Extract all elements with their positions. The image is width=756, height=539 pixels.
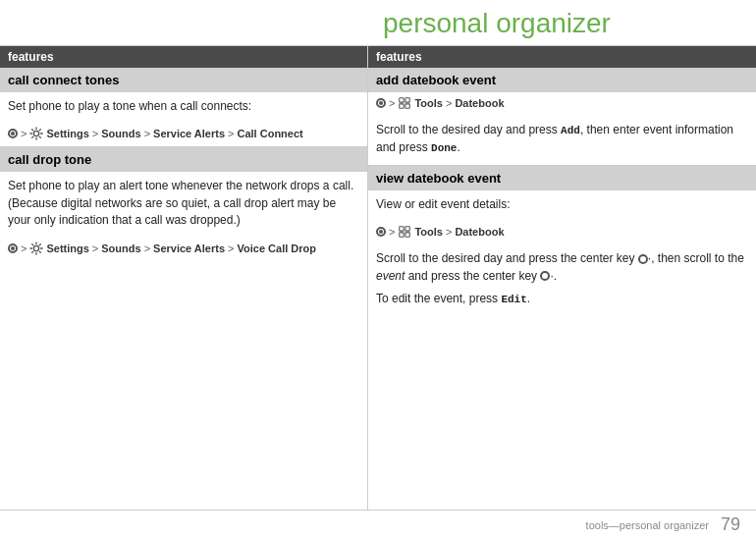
svg-rect-9 xyxy=(405,233,409,237)
edit-label: Edit xyxy=(501,294,526,305)
add-datebook-nav: > Tools > Datebook xyxy=(368,92,756,116)
content-area: features call connect tones Set phone to… xyxy=(0,46,756,510)
svg-rect-6 xyxy=(400,227,404,231)
section-view-datebook: view datebook event xyxy=(368,166,756,190)
left-panel-header: features xyxy=(0,46,367,68)
call-drop-nav: > Settings > Sounds > Service Alerts > V… xyxy=(0,238,367,261)
center-key-1 xyxy=(638,254,648,264)
dot-icon-1 xyxy=(8,129,18,138)
event-italic: event xyxy=(376,269,405,283)
svg-rect-3 xyxy=(405,98,409,102)
svg-point-0 xyxy=(34,132,39,136)
done-label: Done xyxy=(431,142,457,154)
view-datebook-intro: View or edit event details: xyxy=(368,190,756,221)
dot-icon-4 xyxy=(376,227,386,237)
svg-rect-4 xyxy=(400,104,404,108)
view-datebook-content: Scroll to the desired day and press the … xyxy=(368,244,756,316)
dot-icon-3 xyxy=(376,98,386,108)
dot-icon-2 xyxy=(8,243,18,253)
section-add-datebook: add datebook event xyxy=(368,68,756,92)
svg-rect-5 xyxy=(405,104,409,108)
section-call-drop-tone: call drop tone xyxy=(0,147,367,172)
center-key-2 xyxy=(540,271,550,281)
add-label: Add xyxy=(561,125,580,136)
tools-icon-1 xyxy=(398,96,411,110)
section-call-connect-tones: call connect tones xyxy=(0,68,367,92)
footer: tools—personal organizer 79 xyxy=(0,510,756,539)
call-connect-nav: > Settings > Sounds > Service Alerts > C… xyxy=(0,123,367,146)
call-connect-content: Set phone to play a tone when a call con… xyxy=(0,92,367,123)
call-drop-content: Set phone to play an alert tone whenever… xyxy=(0,172,367,237)
svg-rect-8 xyxy=(400,233,404,237)
settings-icon-2 xyxy=(29,242,43,255)
left-panel: features call connect tones Set phone to… xyxy=(0,46,368,510)
tools-icon-2 xyxy=(398,225,411,239)
footer-text: tools—personal organizer xyxy=(586,519,709,531)
svg-rect-2 xyxy=(400,98,404,102)
right-panel-header: features xyxy=(368,46,756,68)
add-datebook-content: Scroll to the desired day and press Add,… xyxy=(368,116,756,165)
right-panel: features add datebook event > Tools > Da… xyxy=(368,46,756,510)
view-datebook-nav: > Tools > Datebook xyxy=(368,221,756,244)
svg-point-1 xyxy=(34,245,39,250)
settings-icon-1 xyxy=(29,127,43,140)
page-number: 79 xyxy=(721,514,740,535)
svg-rect-7 xyxy=(405,227,409,231)
page-title: personal organizer xyxy=(0,0,756,46)
